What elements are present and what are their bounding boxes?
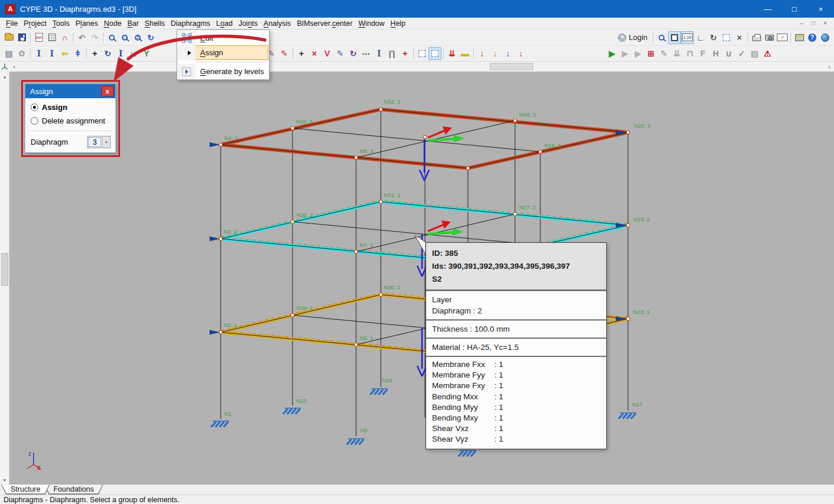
menu-tools[interactable]: Tools	[49, 18, 72, 29]
node-vectors-button[interactable]: V	[321, 47, 334, 60]
bar-describe-button[interactable]: I	[32, 47, 45, 60]
hscroll-left-arrow[interactable]: ‹	[9, 62, 19, 71]
rotate-copy-button[interactable]: ↻	[101, 47, 114, 60]
menu-node[interactable]: Node	[101, 18, 125, 29]
edit-support-button[interactable]: ✎	[278, 47, 291, 60]
section-view-button[interactable]: I	[114, 47, 127, 60]
vscroll-down-arrow[interactable]: ▼	[0, 475, 9, 485]
horizontal-scrollbar[interactable]: ‹ ›	[9, 62, 834, 72]
code-check-button[interactable]: ✓	[735, 47, 748, 60]
orbit-button[interactable]: ↻	[707, 31, 720, 44]
new-node-button[interactable]: +	[295, 47, 308, 60]
align-nodes-button[interactable]: ⋯	[360, 47, 373, 60]
bar-generate-button[interactable]: ⇐	[58, 47, 71, 60]
menu-item-assign[interactable]: Assign	[178, 45, 268, 60]
node-target-button[interactable]: +	[398, 47, 411, 60]
minimize-button[interactable]: —	[755, 0, 781, 18]
analysis-knife-button[interactable]: ▶	[606, 47, 619, 60]
deflection-button[interactable]: ∪	[722, 47, 735, 60]
print-button[interactable]	[750, 31, 763, 44]
edit-load-button[interactable]: ↓	[489, 47, 501, 60]
dimension-display-button[interactable]: 1.00	[681, 31, 694, 44]
menu-load[interactable]: Load	[213, 18, 235, 29]
menu-item-generate-by-levels[interactable]: Generate by levels	[178, 64, 268, 79]
mdi-close-icon[interactable]: ×	[821, 20, 829, 26]
window-select-button[interactable]	[668, 31, 681, 44]
model-viewport[interactable]: N32: 3N36: 3N4: 3N28: 3N20: 3N16: 3N8: 3…	[9, 72, 834, 485]
analysis-knife-off2-button[interactable]: ▶	[632, 47, 644, 60]
general-options-button[interactable]: ⚙	[15, 47, 28, 60]
config-tools-button[interactable]: ×	[733, 31, 746, 44]
rotate-node-button[interactable]: ↻	[347, 47, 360, 60]
menu-item-edit[interactable]: Edit	[178, 31, 268, 45]
local-axes-button[interactable]: Y	[140, 47, 153, 60]
search-button[interactable]	[655, 31, 668, 44]
bar-loads-button[interactable]: ⇊	[446, 47, 458, 60]
menu-file[interactable]: File	[3, 18, 21, 29]
vscroll-up-arrow[interactable]: ▲	[0, 72, 9, 81]
column-section-button[interactable]: ∏	[386, 47, 398, 60]
vscroll-thumb[interactable]	[1, 253, 8, 286]
undo-button[interactable]: ↶	[75, 31, 88, 44]
radio-delete-assignment[interactable]: Delete assignment	[31, 116, 115, 125]
close-button[interactable]: ×	[808, 0, 834, 18]
mdi-restore-icon[interactable]: □	[809, 20, 818, 26]
analysis-errors-button[interactable]: ⚠	[761, 47, 774, 60]
menu-shells[interactable]: Shells	[142, 18, 168, 29]
tab-structure[interactable]: Structure	[1, 485, 50, 495]
hscroll-right-arrow[interactable]: ›	[825, 62, 834, 71]
diaphragm-select[interactable]: 3 ▼	[87, 136, 111, 148]
dxf-layers-button[interactable]	[45, 31, 58, 44]
mdi-minimize-icon[interactable]: –	[798, 20, 806, 26]
calculator-button[interactable]	[793, 31, 806, 44]
chevron-down-icon[interactable]: ▼	[102, 136, 110, 148]
redo-button[interactable]: ↷	[88, 31, 101, 44]
menu-analysis[interactable]: Analysis	[261, 18, 294, 29]
bar-section-button[interactable]: I	[373, 47, 386, 60]
forces-disabled-button[interactable]: F	[696, 47, 709, 60]
help-button[interactable]: ?	[806, 31, 819, 44]
delete-load-button[interactable]: ↓	[514, 47, 527, 60]
assign-dialog-titlebar[interactable]: Assign x	[25, 84, 115, 98]
edit-check-button[interactable]: ✎	[657, 47, 670, 60]
view-axes-icon[interactable]	[0, 62, 9, 72]
menu-bar[interactable]: Bar	[124, 18, 141, 29]
export-view-button[interactable]: ↗	[776, 31, 789, 44]
menu-joints[interactable]: Joints	[235, 18, 261, 29]
combinations-button[interactable]: ⊞	[644, 47, 657, 60]
menu-bimserver-center[interactable]: BIMserver.center	[294, 18, 355, 29]
steel-sections-button[interactable]: H	[709, 47, 722, 60]
move-button[interactable]: +	[88, 47, 101, 60]
marquee-window-button[interactable]	[428, 47, 441, 60]
save-button[interactable]	[15, 31, 28, 44]
maximize-button[interactable]: □	[781, 0, 808, 18]
snap-magnet-button[interactable]: ∩	[58, 31, 71, 44]
loads-disabled-button[interactable]: ⇊	[670, 47, 683, 60]
marquee-select-button[interactable]	[416, 47, 428, 60]
protractor-button[interactable]: ∟	[694, 31, 707, 44]
report-button[interactable]: ▤	[748, 47, 761, 60]
delete-node-button[interactable]: ×	[308, 47, 321, 60]
zoom-window-button[interactable]: 2	[131, 31, 144, 44]
bar-node-button[interactable]: ǂ	[71, 47, 84, 60]
menu-project[interactable]: Project	[21, 18, 49, 29]
surface-load-button[interactable]: ▬	[458, 47, 471, 60]
move-load-button[interactable]: ↓	[501, 47, 514, 60]
snap-grid-button[interactable]	[720, 31, 733, 44]
zoom-previous-button[interactable]	[105, 31, 118, 44]
add-load-button[interactable]: ↓	[476, 47, 489, 60]
dimension-button[interactable]: ∟	[127, 47, 140, 60]
menu-help[interactable]: Help	[387, 18, 408, 29]
vertical-scrollbar[interactable]: ▲ ▼	[0, 72, 9, 485]
dialog-close-button[interactable]: x	[101, 86, 114, 96]
open-file-button[interactable]	[2, 31, 15, 44]
frame-disabled-button[interactable]: ⊓	[683, 47, 696, 60]
import-dxf-button[interactable]: DXF	[32, 31, 45, 44]
capture-button[interactable]	[763, 31, 776, 44]
bar-place-button[interactable]: I	[45, 47, 58, 60]
job-data-button[interactable]: ▤	[2, 47, 15, 60]
zoom-extents-button[interactable]	[118, 31, 131, 44]
login-button[interactable]: Login	[614, 31, 651, 44]
redraw-button[interactable]: ↻	[144, 31, 157, 44]
analysis-knife-off-button[interactable]: ▶	[619, 47, 632, 60]
